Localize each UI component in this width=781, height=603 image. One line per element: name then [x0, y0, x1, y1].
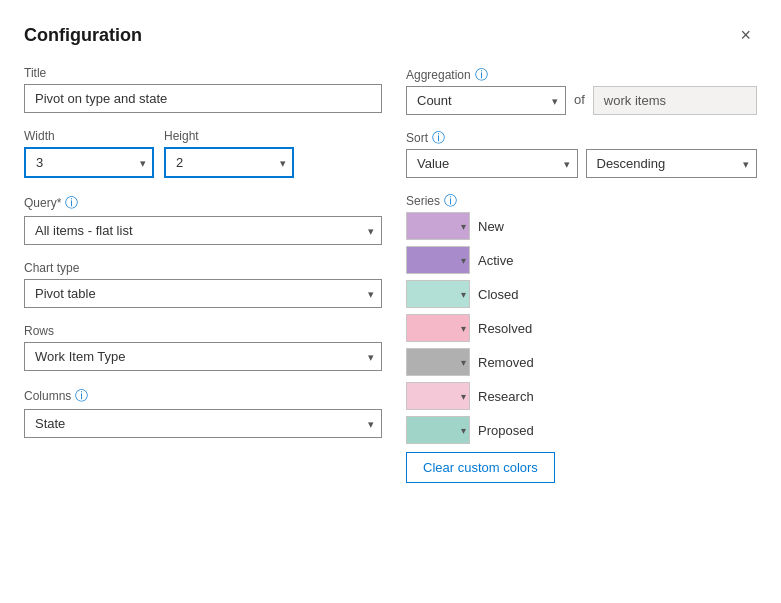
sort-info-icon[interactable]: ⓘ — [432, 129, 445, 147]
color-swatch-wrapper-2[interactable]: ▾ — [406, 280, 470, 308]
aggregation-info-icon[interactable]: ⓘ — [475, 66, 488, 84]
color-swatch-wrapper-3[interactable]: ▾ — [406, 314, 470, 342]
color-swatch-wrapper-5[interactable]: ▾ — [406, 382, 470, 410]
query-select[interactable]: All items - flat list My queries Shared … — [24, 216, 382, 245]
series-item: ▾ Research — [406, 382, 757, 410]
series-item: ▾ Resolved — [406, 314, 757, 342]
sort-value-group: Value Label ▾ — [406, 149, 578, 178]
width-label: Width — [24, 129, 154, 143]
columns-select[interactable]: State Work Item Type Assigned To — [24, 409, 382, 438]
right-panel: Aggregation ⓘ Count Sum Average ▾ — [406, 66, 757, 579]
series-list: ▾ New ▾ Active ▾ Closed ▾ Resolved — [406, 212, 757, 444]
chart-type-field-group: Chart type Pivot table Bar chart Pie cha… — [24, 261, 382, 308]
aggregation-select-wrapper: Count Sum Average ▾ — [406, 86, 566, 115]
title-label: Title — [24, 66, 382, 80]
color-swatch-wrapper-0[interactable]: ▾ — [406, 212, 470, 240]
sort-select[interactable]: Value Label — [406, 149, 578, 178]
columns-label: Columns ⓘ — [24, 387, 382, 405]
series-info-icon[interactable]: ⓘ — [444, 192, 457, 210]
color-swatch-4 — [406, 348, 470, 376]
color-swatch-0 — [406, 212, 470, 240]
color-swatch-wrapper-1[interactable]: ▾ — [406, 246, 470, 274]
of-label: of — [574, 92, 585, 115]
dialog-body: Title Width 1 2 3 4 5 — [24, 66, 757, 579]
series-item: ▾ Active — [406, 246, 757, 274]
color-swatch-2 — [406, 280, 470, 308]
title-input[interactable] — [24, 84, 382, 113]
title-field-group: Title — [24, 66, 382, 113]
rows-label: Rows — [24, 324, 382, 338]
aggregation-select-group: Count Sum Average ▾ — [406, 86, 566, 115]
query-info-icon[interactable]: ⓘ — [65, 194, 78, 212]
dialog-title: Configuration — [24, 25, 142, 46]
close-button[interactable]: × — [734, 24, 757, 46]
width-field-group: Width 1 2 3 4 5 6 ▾ — [24, 129, 154, 178]
color-swatch-5 — [406, 382, 470, 410]
aggregation-header: Aggregation ⓘ — [406, 66, 757, 84]
left-panel: Title Width 1 2 3 4 5 — [24, 66, 382, 579]
color-swatch-wrapper-4[interactable]: ▾ — [406, 348, 470, 376]
dimensions-row: Width 1 2 3 4 5 6 ▾ — [24, 129, 382, 178]
height-select[interactable]: 1 2 3 4 — [164, 147, 294, 178]
series-item: ▾ Closed — [406, 280, 757, 308]
color-swatch-1 — [406, 246, 470, 274]
chart-type-select[interactable]: Pivot table Bar chart Pie chart — [24, 279, 382, 308]
rows-field-group: Rows Work Item Type Assigned To State Ar… — [24, 324, 382, 371]
aggregation-section: Aggregation ⓘ Count Sum Average ▾ — [406, 66, 757, 115]
series-name-6: Proposed — [478, 423, 534, 438]
query-label: Query* ⓘ — [24, 194, 382, 212]
columns-info-icon[interactable]: ⓘ — [75, 387, 88, 405]
sort-section: Sort ⓘ Value Label ▾ — [406, 129, 757, 178]
series-name-4: Removed — [478, 355, 534, 370]
aggregation-row: Count Sum Average ▾ of work items — [406, 86, 757, 115]
dialog-header: Configuration × — [24, 24, 757, 46]
series-name-5: Research — [478, 389, 534, 404]
work-items-box: work items — [593, 86, 757, 115]
aggregation-select[interactable]: Count Sum Average — [406, 86, 566, 115]
color-swatch-wrapper-6[interactable]: ▾ — [406, 416, 470, 444]
query-select-wrapper: All items - flat list My queries Shared … — [24, 216, 382, 245]
series-name-1: Active — [478, 253, 513, 268]
width-select[interactable]: 1 2 3 4 5 6 — [24, 147, 154, 178]
height-label: Height — [164, 129, 294, 143]
chart-type-label: Chart type — [24, 261, 382, 275]
sort-direction-select-wrapper: Descending Ascending ▾ — [586, 149, 758, 178]
sort-direction-group: Descending Ascending ▾ — [586, 149, 758, 178]
clear-custom-colors-button[interactable]: Clear custom colors — [406, 452, 555, 483]
query-field-group: Query* ⓘ All items - flat list My querie… — [24, 194, 382, 245]
series-name-2: Closed — [478, 287, 518, 302]
configuration-dialog: Configuration × Title Width — [0, 0, 781, 603]
color-swatch-3 — [406, 314, 470, 342]
sort-row: Value Label ▾ Descending Ascending — [406, 149, 757, 178]
series-item: ▾ Proposed — [406, 416, 757, 444]
series-name-3: Resolved — [478, 321, 532, 336]
series-item: ▾ Removed — [406, 348, 757, 376]
height-select-wrapper: 1 2 3 4 ▾ — [164, 147, 294, 178]
color-swatch-6 — [406, 416, 470, 444]
height-field-group: Height 1 2 3 4 ▾ — [164, 129, 294, 178]
sort-select-wrapper: Value Label ▾ — [406, 149, 578, 178]
sort-header: Sort ⓘ — [406, 129, 757, 147]
series-section: Series ⓘ ▾ New ▾ Active ▾ Closed — [406, 192, 757, 483]
series-name-0: New — [478, 219, 504, 234]
sort-direction-select[interactable]: Descending Ascending — [586, 149, 758, 178]
series-item: ▾ New — [406, 212, 757, 240]
width-select-wrapper: 1 2 3 4 5 6 ▾ — [24, 147, 154, 178]
rows-select[interactable]: Work Item Type Assigned To State Area Pa… — [24, 342, 382, 371]
columns-field-group: Columns ⓘ State Work Item Type Assigned … — [24, 387, 382, 438]
series-header: Series ⓘ — [406, 192, 757, 210]
